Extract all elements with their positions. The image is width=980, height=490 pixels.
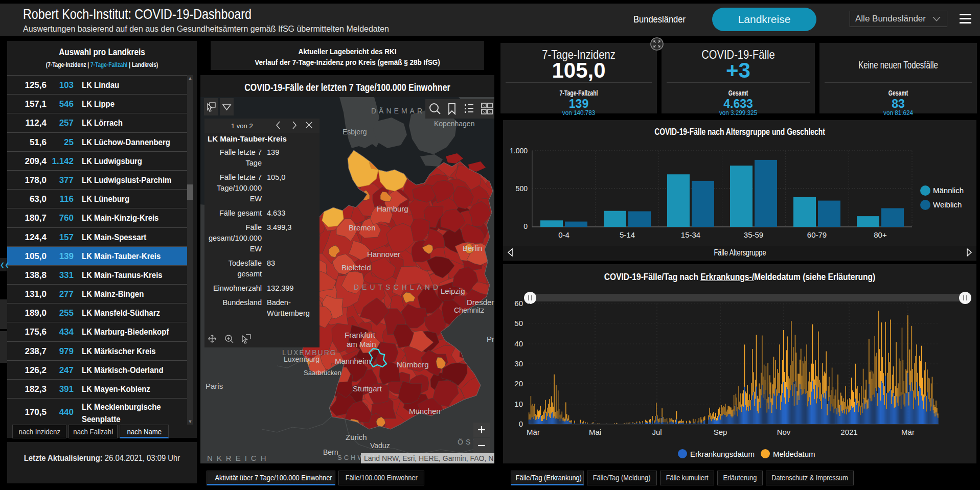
svg-text:Bielefeld: Bielefeld (341, 263, 371, 272)
svg-text:Frankfurt: Frankfurt (345, 331, 376, 339)
svg-text:Zürich: Zürich (346, 433, 367, 441)
svg-text:Jul: Jul (652, 428, 662, 436)
svg-text:Weiblich: Weiblich (933, 200, 962, 209)
svg-text:Fälle gesamt: Fälle gesamt (219, 209, 262, 217)
svg-text:München: München (409, 407, 441, 415)
svg-text:Meldedatum: Meldedatum (773, 450, 815, 458)
svg-text:1 von 2: 1 von 2 (231, 122, 253, 130)
svg-text:Stuttgart: Stuttgart (353, 384, 382, 393)
svg-text:gesamt/100.000: gesamt/100.000 (209, 234, 262, 242)
svg-text:NKREICH: NKREICH (207, 454, 270, 462)
svg-text:Hamburg: Hamburg (377, 204, 408, 213)
svg-text:2021: 2021 (840, 428, 857, 436)
svg-text:Chemnitz: Chemnitz (454, 306, 484, 314)
svg-text:DEUTSCHLAND: DEUTSCHLAND (354, 283, 441, 291)
svg-text:5-14: 5-14 (620, 230, 635, 239)
svg-text:Hannover: Hannover (367, 250, 400, 259)
svg-text:35-59: 35-59 (744, 230, 763, 239)
svg-text:30: 30 (514, 359, 523, 368)
svg-text:Tage/100.000: Tage/100.000 (217, 184, 262, 192)
svg-text:500: 500 (516, 184, 528, 193)
svg-text:132.399: 132.399 (267, 284, 293, 292)
svg-text:Todesfälle: Todesfälle (229, 259, 262, 267)
svg-text:Pra: Pra (487, 335, 494, 343)
svg-text:am Main: am Main (347, 340, 376, 348)
svg-text:Leipzig: Leipzig (441, 287, 465, 295)
svg-text:Fälle: Fälle (246, 223, 262, 231)
svg-text:Fälle letzte 7: Fälle letzte 7 (220, 148, 262, 156)
svg-text:Mär: Mär (901, 428, 915, 436)
svg-text:15-34: 15-34 (681, 230, 700, 239)
svg-text:Nürnberg: Nürnberg (397, 360, 429, 369)
svg-text:Tage: Tage (246, 159, 262, 167)
svg-text:Kopenhagen: Kopenhagen (434, 120, 474, 128)
svg-text:Mai: Mai (589, 428, 601, 436)
svg-text:Bundesland: Bundesland (222, 298, 262, 307)
svg-text:Männlich: Männlich (933, 186, 964, 195)
svg-text:1.000: 1.000 (510, 147, 528, 155)
svg-text:80+: 80+ (874, 230, 887, 239)
svg-text:Paris: Paris (206, 382, 223, 390)
svg-text:20: 20 (514, 379, 523, 388)
svg-text:Berlin: Berlin (463, 244, 482, 252)
svg-text:60-79: 60-79 (807, 230, 827, 239)
svg-text:Mär: Mär (527, 428, 540, 436)
svg-text:DÄNEMARK: DÄNEMARK (371, 107, 432, 115)
svg-text:4.633: 4.633 (267, 209, 285, 217)
svg-text:0: 0 (523, 222, 528, 230)
svg-text:10: 10 (514, 400, 523, 408)
svg-text:Mannheim: Mannheim (335, 357, 371, 365)
svg-text:EW: EW (250, 245, 262, 253)
svg-text:LK Main-Tauber-Kreis: LK Main-Tauber-Kreis (208, 134, 287, 143)
svg-text:83: 83 (267, 259, 275, 267)
svg-text:gesamt: gesamt (237, 270, 262, 278)
svg-text:Einwohnerzahl: Einwohnerzahl (213, 284, 262, 292)
svg-text:3.499,3: 3.499,3 (267, 223, 291, 231)
svg-text:Fälle letzte 7: Fälle letzte 7 (220, 173, 262, 181)
svg-text:Saarbrücken: Saarbrücken (304, 369, 341, 377)
svg-text:50: 50 (514, 319, 523, 328)
svg-text:Bern: Bern (323, 448, 338, 456)
svg-text:Bremen: Bremen (349, 223, 376, 232)
svg-text:0: 0 (519, 419, 523, 428)
svg-text:Erkrankungsdatum: Erkrankungsdatum (690, 450, 755, 458)
svg-text:139: 139 (267, 148, 279, 156)
svg-text:Baden-: Baden- (267, 298, 291, 307)
svg-text:Vaduz: Vaduz (370, 441, 390, 450)
svg-text:105,0: 105,0 (267, 173, 285, 181)
svg-text:EW: EW (250, 195, 262, 203)
svg-text:Land NRW, Esri, HERE, Garmin,: Land NRW, Esri, HERE, Garmin, FAO, N... (364, 454, 494, 462)
svg-text:0-4: 0-4 (558, 230, 569, 239)
svg-text:Esbjerg: Esbjerg (343, 128, 367, 136)
svg-text:60: 60 (514, 299, 523, 308)
svg-text:Sep: Sep (714, 428, 727, 436)
svg-text:40: 40 (514, 339, 523, 348)
svg-text:Nov: Nov (777, 428, 791, 436)
svg-text:Luxemburg: Luxemburg (284, 355, 320, 363)
svg-text:Dresden: Dresden (467, 298, 494, 307)
svg-text:Württemberg: Württemberg (267, 309, 310, 317)
